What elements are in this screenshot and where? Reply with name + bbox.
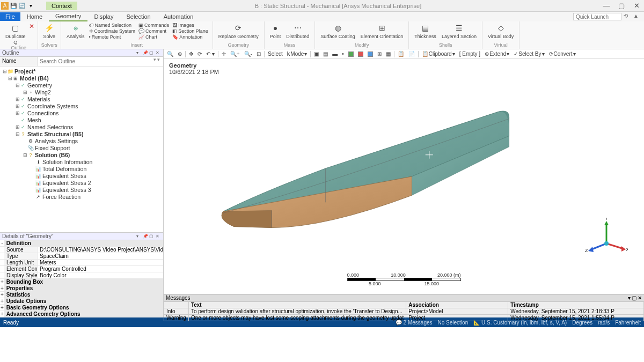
window-title: B : Static Structural - Mechanical [Ansy… <box>77 3 599 9</box>
dropdown-icon[interactable]: ▾ <box>136 234 142 239</box>
virtual-body-button[interactable]: ◇Virtual Body <box>486 23 516 39</box>
fit-icon[interactable]: ⊡ <box>255 51 262 57</box>
outline-search-input[interactable] <box>38 57 150 66</box>
sel-blue-icon[interactable] <box>367 51 374 57</box>
delete-icon[interactable]: ✕ <box>29 23 34 30</box>
zoom-fit-icon[interactable]: 🔍 <box>166 51 174 57</box>
modify-group-label: Modify <box>318 42 405 48</box>
triad[interactable]: Y X Z <box>585 218 628 262</box>
messages-table[interactable]: Text Association Timestamp InfoTo perfor… <box>164 301 644 321</box>
file-tab[interactable]: File <box>0 12 20 21</box>
scale-bar: 0.000 10.000 20.000 (m) 5.000 15.000 <box>347 272 461 286</box>
sel-vertex-icon[interactable]: • <box>341 51 345 57</box>
chart-button[interactable]: 📈Chart <box>137 34 170 40</box>
tab-display[interactable]: Display <box>87 12 120 21</box>
status-messages[interactable]: 💬 2 Messages <box>396 320 433 326</box>
quick-launch-input[interactable] <box>573 13 621 20</box>
ribbon: ▢DuplicateQ ✕ Outline ⚡Solve Solvers ⎈An… <box>0 21 644 49</box>
refresh-icon[interactable]: 🔄 <box>18 2 26 10</box>
remote-point-button[interactable]: •Remote Point <box>88 34 137 40</box>
mode-dropdown[interactable]: k Mode▾ <box>286 51 309 57</box>
rotate-prev-icon[interactable]: ↶ ▾ <box>205 51 216 57</box>
pin-icon[interactable]: 📌 <box>143 234 148 239</box>
viewport-toolbar: 🔍 ⊕ ✥ ⟳ ↶ ▾ ✛ 🔍+ 🔍- ⊡ Select k Mode▾ ▣ ▤… <box>164 49 644 59</box>
maximize-pane-icon[interactable]: ▢ <box>149 234 155 239</box>
sel-red-icon[interactable] <box>357 51 364 57</box>
layered-section-button[interactable]: ☰Layered Section <box>440 23 479 39</box>
tab-home[interactable]: Home <box>20 12 49 21</box>
ribbon-tabs: File Home Geometry Display Selection Aut… <box>0 12 644 21</box>
close-pane-icon[interactable]: ✕ <box>156 50 161 56</box>
convert-dropdown[interactable]: ⟳ Convert▾ <box>548 51 577 57</box>
virtual-group-label: Virtual <box>486 42 516 48</box>
pin-icon[interactable]: 📌 <box>143 50 148 56</box>
pan-icon[interactable]: ✥ <box>188 51 194 57</box>
named-selection-button[interactable]: 🏷Named Selection <box>88 23 137 28</box>
hide-ribbon-icon[interactable]: ▲ <box>633 13 641 20</box>
sel-elem-icon[interactable]: ▦ <box>385 51 392 57</box>
copy-icon[interactable]: 📋 <box>397 51 405 57</box>
annotation-button[interactable]: 🔖Annotation <box>171 34 209 40</box>
zoom-out-icon[interactable]: 🔍- <box>243 51 253 57</box>
insert-group-label: Insert <box>64 42 209 48</box>
context-tab[interactable]: Context <box>46 2 77 10</box>
status-degrees: Degrees <box>572 320 592 326</box>
svg-marker-3 <box>604 221 609 225</box>
save-icon[interactable]: 💾 <box>10 2 17 10</box>
replace-geometry-button[interactable]: ⟳Replace Geometry <box>216 23 261 39</box>
maximize-button[interactable]: ▢ <box>614 2 629 10</box>
viewport-canvas[interactable]: Geometry10/6/2021 2:18 PM <box>164 59 644 294</box>
extend-dropdown[interactable]: ⊕ Extend▾ <box>484 51 510 57</box>
surface-coating-button[interactable]: ◍Surface Coating <box>318 23 357 39</box>
close-pane-icon[interactable]: ✕ <box>156 234 161 239</box>
maximize-pane-icon[interactable]: ▢ <box>149 50 155 56</box>
svg-text:X: X <box>626 247 628 252</box>
tab-automation[interactable]: Automation <box>157 12 200 21</box>
sel-edge-icon[interactable]: ▬ <box>331 51 339 57</box>
coord-system-button[interactable]: ✛Coordinate System <box>88 28 137 34</box>
solve-button[interactable]: ⚡Solve <box>41 23 58 39</box>
analysis-button[interactable]: ⎈Analysis <box>64 23 87 39</box>
outline-tree[interactable]: ⊟📁Project* ⊟⊞Model (B4) ⊟✓Geometry ⊞▫Win… <box>0 67 163 232</box>
dropdown-icon[interactable]: ▾ <box>136 50 142 56</box>
clipboard-dropdown[interactable]: 📋 Clipboard▾ <box>421 51 456 57</box>
dropdown-icon[interactable]: ▾ <box>27 2 34 10</box>
status-units[interactable]: 📐 U.S. Customary (in, lbm, lbf, s, V, A) <box>473 320 567 326</box>
dropdown-icon[interactable]: ▾ <box>628 295 631 301</box>
svg-line-5 <box>606 243 624 249</box>
center-icon[interactable]: ✛ <box>221 51 227 57</box>
zoom-in-icon[interactable]: 🔍+ <box>229 51 241 57</box>
svg-text:Y: Y <box>605 218 608 221</box>
status-ready: Ready <box>3 320 19 326</box>
tab-selection[interactable]: Selection <box>120 12 157 21</box>
distributed-mass-button[interactable]: ⋯Distributed <box>284 23 311 39</box>
selectby-dropdown[interactable]: ✓ Select By▾ <box>513 51 545 57</box>
zoom-icon[interactable]: ⊕ <box>177 51 183 57</box>
sel-body-icon[interactable]: ▣ <box>313 51 320 57</box>
tab-geometry[interactable]: Geometry <box>49 12 87 21</box>
sel-green-icon[interactable] <box>347 51 355 57</box>
details-grid[interactable]: -Definition SourceD:\CONSULTING\ANSYS Vi… <box>0 240 163 317</box>
filter-dropdown-icon[interactable]: ▾ ▾ <box>150 57 163 66</box>
restore-icon[interactable]: ⟲ <box>624 13 631 20</box>
paste-icon[interactable]: 📄 <box>407 51 416 57</box>
close-pane-icon[interactable]: ✕ <box>638 295 642 301</box>
comment-button[interactable]: 💬Comment <box>137 28 170 34</box>
sel-face-icon[interactable]: ▤ <box>322 51 329 57</box>
select-label[interactable]: Select <box>267 51 284 57</box>
rotate-icon[interactable]: ⟳ <box>196 51 203 57</box>
viewport-title: Geometry10/6/2021 2:18 PM <box>169 62 219 75</box>
duplicate-button[interactable]: ▢DuplicateQ <box>3 23 28 45</box>
close-button[interactable]: ✕ <box>629 2 644 10</box>
images-button[interactable]: 🖼Images <box>171 23 209 28</box>
element-orientation-button[interactable]: ⊞Element Orientation <box>358 23 406 39</box>
commands-button[interactable]: ▣Commands <box>137 23 170 28</box>
message-row[interactable]: InfoTo perform design validation after s… <box>164 308 644 315</box>
thickness-button[interactable]: ▤Thickness <box>412 23 438 39</box>
sel-node-icon[interactable]: ⊞ <box>376 51 383 57</box>
maximize-pane-icon[interactable]: ▢ <box>632 295 636 301</box>
minimize-button[interactable]: — <box>599 2 614 10</box>
point-mass-button[interactable]: ●Point <box>268 23 283 39</box>
status-selection: No Selection <box>438 320 469 326</box>
section-plane-button[interactable]: ◧Section Plane <box>171 28 209 34</box>
